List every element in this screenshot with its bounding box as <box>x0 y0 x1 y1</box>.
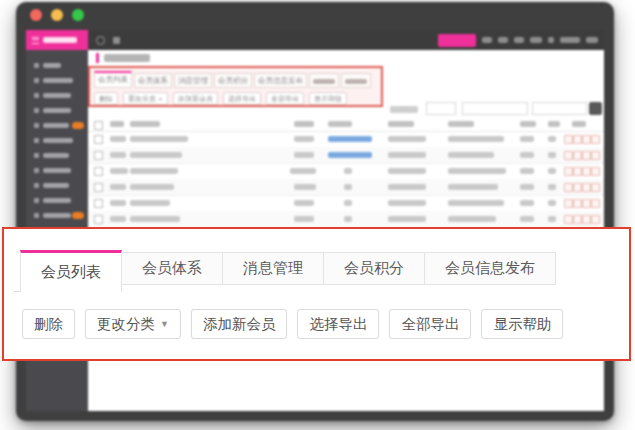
table-row[interactable] <box>88 163 604 180</box>
row-action-icon[interactable] <box>591 167 600 176</box>
sidebar-item[interactable] <box>26 88 88 103</box>
tab-member-info-publish[interactable]: 会员信息发布 <box>254 73 307 88</box>
row-action-icon[interactable] <box>591 199 600 208</box>
sidebar-item[interactable] <box>26 193 88 208</box>
topbar-menu-item[interactable] <box>586 37 598 43</box>
row-action-icon[interactable] <box>582 183 591 192</box>
row-checkbox[interactable] <box>94 135 103 144</box>
row-action-icon[interactable] <box>564 167 573 176</box>
cell-placeholder <box>448 168 506 174</box>
row-action-icon[interactable] <box>564 135 573 144</box>
row-checkbox[interactable] <box>94 151 103 160</box>
delete-button-small[interactable]: 删除 <box>94 92 118 105</box>
sidebar-item[interactable] <box>26 208 88 223</box>
change-category-button-small[interactable]: 更改分类 ▼ <box>123 92 168 105</box>
show-help-button-small[interactable]: 显示帮助 <box>309 92 347 105</box>
minimize-window-icon[interactable] <box>51 9 63 21</box>
topbar-menu-item[interactable] <box>498 37 508 43</box>
row-action-icon[interactable] <box>582 215 591 224</box>
row-action-icon[interactable] <box>591 135 600 144</box>
sidebar-item[interactable] <box>26 103 88 118</box>
row-action-icon[interactable] <box>573 199 582 208</box>
change-category-button[interactable]: 更改分类 ▼ <box>85 309 181 339</box>
topbar-menu-item[interactable] <box>482 37 492 43</box>
row-action-icon[interactable] <box>564 199 573 208</box>
topbar-apps-icon[interactable] <box>113 37 120 44</box>
app-topbar <box>26 30 604 50</box>
tab-member-points[interactable]: 会员积分 <box>323 252 425 285</box>
delete-button[interactable]: 删除 <box>22 309 75 339</box>
sidebar-item-active[interactable] <box>26 118 88 133</box>
sidebar-item[interactable] <box>26 58 88 73</box>
show-help-button[interactable]: 显示帮助 <box>481 309 563 339</box>
tab-extra[interactable] <box>309 73 339 88</box>
row-checkbox[interactable] <box>94 167 103 176</box>
table-row[interactable] <box>88 195 604 212</box>
hamburger-menu-icon[interactable] <box>32 37 39 44</box>
row-action-icon[interactable] <box>564 183 573 192</box>
tab-member-system[interactable]: 会员体系 <box>134 73 172 88</box>
table-row[interactable] <box>88 147 604 164</box>
window-titlebar <box>16 2 614 28</box>
export-all-button-small[interactable]: 全部导出 <box>266 92 304 105</box>
sidebar-item[interactable] <box>26 73 88 88</box>
tab-member-list[interactable]: 会员列表 <box>20 250 122 292</box>
upgrade-button[interactable] <box>438 34 476 47</box>
tab-member-system[interactable]: 会员体系 <box>121 252 223 285</box>
export-selected-button-small[interactable]: 选择导出 <box>223 92 261 105</box>
row-checkbox[interactable] <box>94 199 103 208</box>
cell-link-placeholder[interactable] <box>328 136 372 142</box>
close-window-icon[interactable] <box>30 9 42 21</box>
row-action-icon[interactable] <box>582 135 591 144</box>
add-member-button-small[interactable]: 添加新会员 <box>173 92 218 105</box>
row-checkbox[interactable] <box>94 183 103 192</box>
maximize-window-icon[interactable] <box>72 9 84 21</box>
topbar-menu-item[interactable] <box>530 37 542 43</box>
sidebar-item[interactable] <box>26 178 88 193</box>
row-action-icon[interactable] <box>573 183 582 192</box>
app-logo[interactable] <box>26 30 88 50</box>
row-action-icon[interactable] <box>591 215 600 224</box>
topbar-refresh-icon[interactable] <box>96 36 105 45</box>
row-action-icon[interactable] <box>573 151 582 160</box>
tab-extra[interactable] <box>341 73 371 88</box>
table-row[interactable] <box>88 211 604 228</box>
row-action-icon[interactable] <box>564 215 573 224</box>
row-action-icon[interactable] <box>591 151 600 160</box>
sidebar-item[interactable] <box>26 148 88 163</box>
tab-message-manage[interactable]: 消息管理 <box>174 73 212 88</box>
row-action-icon[interactable] <box>582 167 591 176</box>
row-action-icon[interactable] <box>591 183 600 192</box>
topbar-menu-item[interactable] <box>514 37 524 43</box>
cell-placeholder <box>344 184 352 190</box>
tab-member-list[interactable]: 会员列表 <box>94 71 132 88</box>
cell-placeholder <box>110 216 126 222</box>
row-action-icon[interactable] <box>564 151 573 160</box>
export-all-button[interactable]: 全部导出 <box>389 309 471 339</box>
text-placeholder <box>43 153 69 158</box>
cell-link-placeholder[interactable] <box>328 152 372 158</box>
tab-member-points[interactable]: 会员积分 <box>214 73 252 88</box>
filter-select[interactable] <box>426 102 456 115</box>
row-action-icon[interactable] <box>573 135 582 144</box>
export-selected-button[interactable]: 选择导出 <box>297 309 379 339</box>
sidebar-item[interactable] <box>26 163 88 178</box>
add-member-button[interactable]: 添加新会员 <box>191 309 288 339</box>
search-button[interactable] <box>589 102 602 115</box>
row-action-icon[interactable] <box>582 199 591 208</box>
sidebar-item[interactable] <box>26 133 88 148</box>
topbar-menu-item[interactable] <box>548 37 554 43</box>
button-label: 更改分类 <box>97 315 155 334</box>
search-field-select[interactable] <box>462 102 528 115</box>
tab-message-manage[interactable]: 消息管理 <box>222 252 324 285</box>
table-row[interactable] <box>88 131 604 148</box>
table-row[interactable] <box>88 179 604 196</box>
row-action-icon[interactable] <box>573 215 582 224</box>
topbar-menu-item[interactable] <box>560 37 580 43</box>
row-action-icon[interactable] <box>573 167 582 176</box>
tab-member-info-publish[interactable]: 会员信息发布 <box>424 252 556 285</box>
row-action-icon[interactable] <box>582 151 591 160</box>
row-checkbox[interactable] <box>94 215 103 224</box>
select-all-checkbox[interactable] <box>94 121 103 130</box>
search-input[interactable] <box>532 102 587 115</box>
